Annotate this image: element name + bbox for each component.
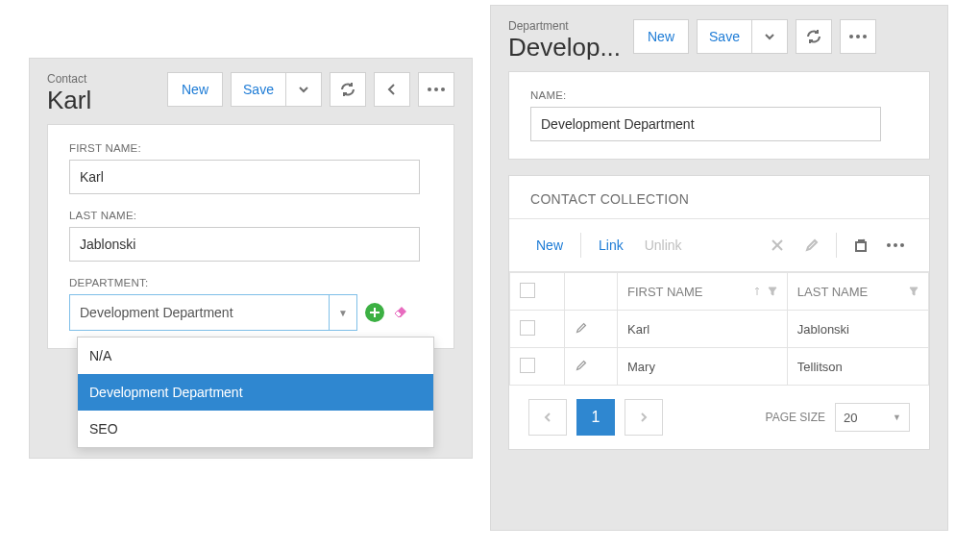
checkbox-icon[interactable] [520,320,535,336]
new-button[interactable]: New [633,19,689,54]
filter-icon[interactable] [909,287,919,296]
header-category: Contact [47,72,167,86]
contact-collection-card: CONTACT COLLECTION New Link Unlink FIRST… [508,175,930,450]
save-dropdown-button[interactable] [286,72,322,107]
department-dropdown: N/A Development Department SEO [77,337,434,448]
dropdown-option-selected[interactable]: Development Department [78,374,433,411]
cell-last-name: Tellitson [787,348,928,386]
header-title: Develop... [508,35,633,60]
save-button[interactable]: Save [697,19,752,54]
department-header: Department Develop... New Save [491,6,947,71]
save-button[interactable]: Save [231,72,286,107]
department-combo-value[interactable]: Development Department [69,294,329,331]
collection-unlink-button: Unlink [637,238,690,253]
department-detail-panel: Department Develop... New Save NAME: CON… [490,5,948,531]
pager: 1 PAGE SIZE 20 ▼ [509,386,929,449]
page-number-button[interactable]: 1 [576,399,615,436]
name-label: NAME: [530,89,908,101]
refresh-button[interactable] [796,19,832,54]
more-button[interactable] [418,72,454,107]
pencil-icon[interactable] [575,361,588,375]
dropdown-option[interactable]: N/A [78,338,433,374]
cell-last-name: Jablonski [787,311,928,348]
filter-icon[interactable] [768,287,777,296]
first-name-label: FIRST NAME: [69,142,432,154]
svg-point-5 [863,239,866,242]
page-prev-button[interactable] [528,399,567,436]
sort-icon[interactable] [752,287,762,296]
department-form-card: NAME: [508,71,930,160]
add-department-button[interactable] [365,303,384,322]
checkbox-icon[interactable] [520,358,535,373]
back-button[interactable] [374,72,410,107]
last-name-input[interactable] [69,227,420,262]
page-size-label: PAGE SIZE [766,411,825,424]
collection-title: CONTACT COLLECTION [509,176,929,219]
collection-toolbar: New Link Unlink [509,219,929,272]
export-icon[interactable] [846,231,875,260]
table-row[interactable]: Karl Jablonski [510,311,929,348]
more-icon[interactable] [881,231,910,260]
contact-header: Contact Karl New Save [30,59,472,124]
department-combo[interactable]: Development Department ▼ [69,294,357,331]
collection-new-button[interactable]: New [528,238,571,253]
refresh-button[interactable] [330,72,366,107]
more-button[interactable] [840,19,876,54]
page-next-button[interactable] [625,399,663,436]
table-row[interactable]: Mary Tellitson [510,348,929,386]
contacts-table: FIRST NAME LAST NAME Karl Jablonski [509,272,929,386]
chevron-down-icon: ▼ [893,412,901,422]
header-checkbox-cell[interactable] [510,273,565,311]
close-icon[interactable] [763,231,792,260]
new-button[interactable]: New [167,72,223,107]
pencil-icon[interactable] [797,231,826,260]
department-label: DEPARTMENT: [69,277,432,288]
contact-form-card: FIRST NAME: LAST NAME: DEPARTMENT: Devel… [47,124,454,349]
header-title: Karl [47,88,167,112]
svg-rect-4 [856,242,866,251]
eraser-icon[interactable] [392,304,409,321]
first-name-input[interactable] [69,160,420,194]
header-category: Department [508,19,633,33]
pencil-icon[interactable] [575,323,588,338]
last-name-label: LAST NAME: [69,210,432,221]
header-edit-cell [565,273,618,311]
cell-first-name: Mary [618,348,788,386]
dropdown-option[interactable]: SEO [78,411,433,447]
checkbox-icon[interactable] [520,283,535,298]
save-dropdown-button[interactable] [752,19,788,54]
cell-first-name: Karl [618,311,788,348]
collection-link-button[interactable]: Link [591,238,631,253]
page-size-select[interactable]: 20 ▼ [835,403,910,432]
column-first-name[interactable]: FIRST NAME [618,273,788,311]
chevron-down-icon[interactable]: ▼ [329,294,357,331]
column-last-name[interactable]: LAST NAME [787,273,928,311]
name-input[interactable] [530,107,881,141]
